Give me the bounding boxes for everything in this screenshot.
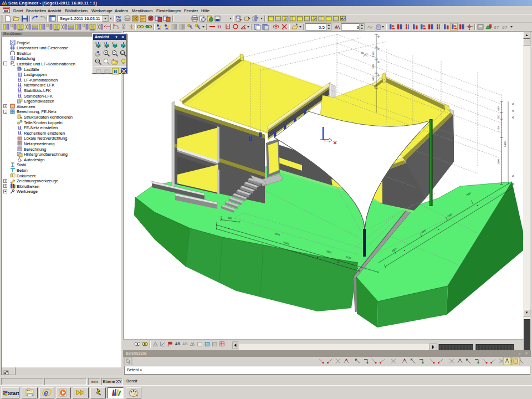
svg-text:Start: Start (8, 391, 19, 396)
svg-text:11: 11 (217, 25, 222, 29)
svg-text:7: 7 (505, 25, 508, 30)
svg-text:930: 930 (228, 217, 232, 220)
svg-text:X: X (95, 42, 97, 44)
svg-text:3: 3 (357, 25, 360, 30)
svg-text:600: 600 (372, 76, 375, 81)
svg-text:600: 600 (497, 106, 500, 111)
svg-text:7: 7 (497, 25, 499, 30)
svg-text:5300: 5300 (504, 141, 507, 147)
svg-text:1550: 1550 (372, 52, 375, 57)
svg-text:CM: CM (116, 19, 121, 22)
svg-text:550: 550 (497, 115, 500, 119)
svg-text:550: 550 (372, 64, 375, 69)
svg-text:AB: AB (182, 342, 188, 346)
svg-text:C: C (105, 70, 108, 73)
svg-text:1: 1 (377, 25, 379, 29)
svg-text:1750: 1750 (497, 126, 500, 132)
svg-text:2100: 2100 (497, 159, 500, 165)
svg-text:Y: Y (104, 42, 105, 44)
svg-text:AB: AB (175, 342, 181, 346)
svg-text:B: B (114, 69, 117, 74)
svg-text:0.5: 0.5 (319, 25, 325, 30)
svg-text:Segel1-2011 16.03.11: Segel1-2011 16.03.11 (60, 16, 100, 21)
